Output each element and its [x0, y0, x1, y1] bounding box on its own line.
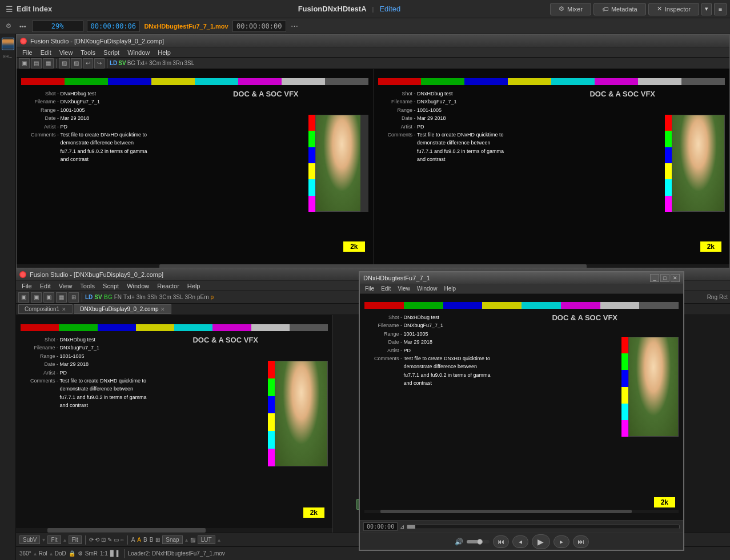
- float-volume-slider[interactable]: [467, 540, 490, 543]
- top-menu-tools[interactable]: Tools: [77, 48, 99, 57]
- top-h-scrollbar[interactable]: [17, 264, 729, 268]
- timeline-more-button[interactable]: ⋯: [291, 22, 298, 30]
- float-menu-view[interactable]: View: [395, 285, 413, 292]
- bt-bg[interactable]: BG: [104, 294, 113, 300]
- top-tb-3rn[interactable]: 3Rn: [173, 60, 183, 66]
- options-button[interactable]: ⚙: [3, 21, 14, 31]
- bottom-menu-file[interactable]: File: [18, 281, 35, 291]
- bottom-menu-view[interactable]: View: [55, 281, 76, 291]
- bt-3lm[interactable]: 3lm: [137, 294, 146, 300]
- top-tb-sv[interactable]: SV: [118, 60, 126, 66]
- bt-btn3[interactable]: ▣: [43, 292, 54, 303]
- bt-3sl[interactable]: 3SL: [173, 294, 183, 300]
- tr-swatch-g: [665, 131, 672, 147]
- float-menubar: File Edit View Window Help: [360, 284, 683, 294]
- float-minimize-btn[interactable]: _: [650, 274, 659, 282]
- top-menu-file[interactable]: File: [19, 48, 36, 57]
- bt-ld[interactable]: LD: [85, 294, 93, 300]
- top-menu-script[interactable]: Script: [100, 48, 123, 57]
- top-tb-ld[interactable]: LD: [110, 60, 117, 66]
- top-tb-txt[interactable]: Txt+: [137, 60, 148, 66]
- timecode-in-display[interactable]: 00:00:00:06: [87, 21, 140, 32]
- subv-btn[interactable]: SubV: [19, 535, 40, 544]
- top-tb-btn4[interactable]: ▧: [59, 58, 70, 69]
- top-menu-help[interactable]: Help: [154, 48, 174, 57]
- top-menu-edit[interactable]: Edit: [37, 48, 55, 57]
- bv-h-scrollbar[interactable]: [16, 528, 332, 533]
- bottom-menu-script[interactable]: Script: [99, 281, 122, 291]
- lut-btn[interactable]: LUT: [198, 535, 215, 544]
- bt-fn[interactable]: FN: [114, 294, 122, 300]
- bt-btn4[interactable]: ▦: [56, 292, 67, 303]
- float-filter-icon[interactable]: ⊿: [400, 523, 404, 530]
- top-right-colorbars: [378, 78, 725, 85]
- fit2-btn[interactable]: Fit: [69, 535, 82, 544]
- top-menu-view[interactable]: View: [56, 48, 77, 57]
- top-fusion-toolbar: ▣ ▤ ▦ ▧ ▨ ↩ ↪ LD SV BG Txt+ 3Cm 3lm 3Rn: [17, 58, 729, 69]
- mixer-button[interactable]: ⚙ Mixer: [550, 3, 591, 15]
- float-menu-window[interactable]: Window: [414, 285, 440, 292]
- fit1-btn[interactable]: Fit: [47, 535, 61, 544]
- transport-skip-end[interactable]: ⏭: [573, 535, 589, 548]
- top-tb-btn2[interactable]: ▤: [31, 58, 42, 69]
- metadata-button[interactable]: 🏷 Metadata: [593, 3, 646, 15]
- tab-dnxbug[interactable]: DNXbugFuDisplay9_0_2.comp ✕: [74, 304, 171, 314]
- float-menu-file[interactable]: File: [362, 285, 377, 292]
- bottom-menu-window[interactable]: Window: [123, 281, 153, 291]
- float-maximize-btn[interactable]: □: [660, 274, 669, 282]
- more-options-button[interactable]: •••: [17, 22, 29, 31]
- bt-pem[interactable]: pEm: [197, 294, 209, 300]
- thumbnail-item-active[interactable]: [2, 38, 14, 50]
- zoom-display[interactable]: 29%: [32, 21, 83, 32]
- transport-play-button[interactable]: ▶: [532, 534, 550, 549]
- bottom-menu-tools[interactable]: Tools: [77, 281, 98, 291]
- bottom-menu-edit[interactable]: Edit: [37, 281, 54, 291]
- float-menu-edit[interactable]: Edit: [378, 285, 394, 292]
- tab-composition1[interactable]: Composition1 ✕: [18, 304, 73, 314]
- inspector-dropdown[interactable]: ▾: [701, 3, 712, 15]
- timeline-toolbar: ⚙ ••• 29% 00:00:00:06 DNxHDbugtestFu7_7_…: [0, 18, 730, 34]
- tab-composition1-close[interactable]: ✕: [62, 307, 66, 312]
- float-face: [629, 337, 678, 436]
- top-menu-window[interactable]: Window: [124, 48, 153, 57]
- top-preview-panels: Shot - DNxHDbug test Filename - DNXbugFu…: [17, 69, 729, 264]
- float-volume-icon[interactable]: 🔊: [455, 538, 463, 546]
- top-tb-btn5[interactable]: ▨: [71, 58, 82, 69]
- bt-btn2[interactable]: ▣: [31, 292, 42, 303]
- top-tb-btn7[interactable]: ↪: [94, 58, 105, 69]
- bottom-menu-reactor[interactable]: Reactor: [154, 281, 183, 291]
- bt-p[interactable]: p: [211, 294, 214, 300]
- float-menu-help[interactable]: Help: [441, 285, 459, 292]
- top-tb-btn6[interactable]: ↩: [83, 58, 93, 69]
- bt-3sh[interactable]: 3Sh: [147, 294, 158, 300]
- float-close-btn[interactable]: ✕: [671, 274, 680, 282]
- bvs-c: [268, 431, 275, 449]
- main-menu-button[interactable]: ≡: [714, 3, 727, 15]
- rs1: [360, 115, 368, 163]
- bottom-menu-help[interactable]: Help: [184, 281, 204, 291]
- bt-3rn[interactable]: 3Rn: [185, 294, 195, 300]
- transport-skip-start[interactable]: ⏮: [493, 535, 509, 548]
- top-tb-3lm[interactable]: 3lm: [162, 60, 171, 66]
- bv-cb-c: [174, 324, 212, 331]
- bt-btn1[interactable]: ▣: [18, 292, 29, 303]
- transport-prev-frame[interactable]: ◂: [512, 535, 528, 548]
- bt-sv[interactable]: SV: [94, 294, 102, 300]
- top-tb-3cm[interactable]: 3Cm: [149, 60, 161, 66]
- cb-white-1: [282, 78, 325, 85]
- top-tb-btn3[interactable]: ▦: [43, 58, 54, 69]
- bottom-viewer-logo: DOC & A SOC VFX: [192, 336, 258, 344]
- bt-txt[interactable]: Txt+: [123, 294, 135, 300]
- float-progress-bar[interactable]: [407, 525, 680, 529]
- snap-btn[interactable]: Snap: [162, 535, 182, 544]
- bt-btn5[interactable]: ⊞: [69, 292, 79, 303]
- float-h-scrollbar[interactable]: [364, 510, 679, 513]
- inspector-button[interactable]: ✕ Inspector: [648, 3, 699, 15]
- top-tb-bg[interactable]: BG: [127, 60, 135, 66]
- transport-next-frame[interactable]: ▸: [553, 535, 569, 548]
- tab-dnxbug-close[interactable]: ✕: [161, 307, 165, 312]
- top-tb-3sl[interactable]: 3SL: [184, 60, 194, 66]
- top-tb-btn1[interactable]: ▣: [19, 58, 30, 69]
- bt-3cm[interactable]: 3Cm: [159, 294, 171, 300]
- hamburger-icon[interactable]: ☰: [6, 5, 13, 14]
